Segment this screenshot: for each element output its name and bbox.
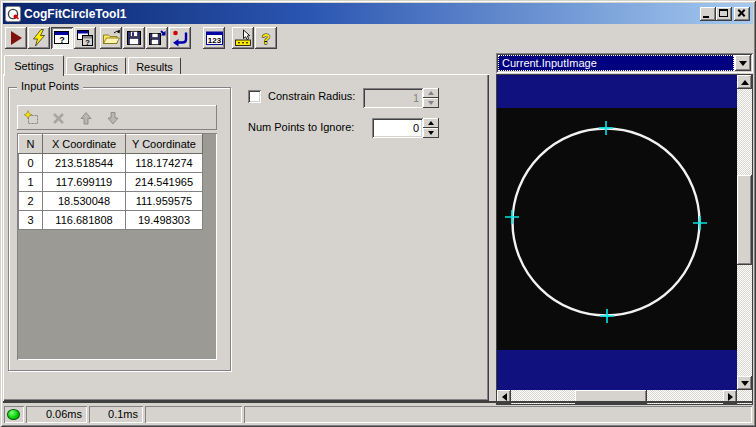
points-grid-toolbar [17, 105, 217, 130]
lightning-icon [30, 29, 48, 47]
arrow-left-icon [498, 393, 507, 401]
status-indicator-icon [7, 409, 20, 420]
divider [3, 401, 753, 403]
row-header-cell[interactable]: 0 [19, 154, 43, 173]
constrain-radius-label: Constrain Radius: [268, 90, 355, 103]
vertical-scrollbar[interactable] [737, 75, 752, 390]
help-button[interactable]: ? [255, 27, 277, 49]
close-button[interactable] [734, 7, 750, 21]
combo-selected-value[interactable]: Current.InputImage [498, 55, 734, 71]
arrow-up-icon [741, 76, 749, 85]
arrow-down-icon [105, 110, 121, 126]
num-points-ignore-spinner [423, 118, 439, 138]
minimize-icon [703, 16, 709, 18]
data-cell[interactable]: 117.699119 [43, 173, 126, 192]
minimize-button[interactable] [700, 7, 716, 21]
open-folder-icon [102, 29, 121, 47]
status-timing-1: 0.06ms [26, 406, 87, 423]
app-window: CogFitCircleTool1 ? ? 123 ? Settings Gra… [0, 0, 756, 427]
data-cell[interactable]: 118.174274 [126, 154, 203, 173]
tool-window-icon: ? [53, 29, 71, 47]
save-results-button[interactable] [146, 27, 168, 49]
run-button[interactable] [5, 27, 27, 49]
spin-down-icon [428, 101, 434, 108]
maximize-icon [719, 9, 728, 17]
column-header[interactable]: N [19, 135, 43, 154]
column-header[interactable]: X Coordinate [43, 135, 126, 154]
arrow-down-icon [741, 381, 749, 390]
constrain-radius-field: 1 [363, 88, 423, 108]
svg-text:?: ? [85, 38, 90, 47]
image-source-combo[interactable]: Current.InputImage [496, 53, 753, 73]
spin-up-icon [428, 118, 434, 125]
scroll-down-button[interactable] [737, 376, 752, 390]
app-icon[interactable] [5, 6, 21, 22]
svg-text:123: 123 [207, 36, 221, 45]
num-points-ignore-field[interactable]: 0 [372, 118, 423, 138]
arrow-right-icon [728, 393, 737, 401]
tool-display-button[interactable]: ? [51, 27, 73, 49]
scroll-up-button[interactable] [737, 75, 752, 89]
image-display [496, 74, 753, 405]
points-table: N X Coordinate Y Coordinate 0213.5185441… [18, 134, 203, 230]
floating-window-icon: ? [76, 29, 94, 47]
floppy-arrow-icon [148, 29, 166, 47]
spin-up-button[interactable] [423, 118, 439, 128]
data-cell[interactable]: 18.530048 [43, 192, 126, 211]
main-toolbar: ? ? 123 ? [3, 26, 753, 51]
save-file-button[interactable] [123, 27, 145, 49]
tab-settings[interactable]: Settings [4, 55, 64, 76]
row-header-cell[interactable]: 2 [19, 192, 43, 211]
add-point-button[interactable] [21, 108, 43, 127]
pointer-ruler-icon [234, 29, 252, 47]
svg-text:?: ? [262, 31, 271, 47]
spin-up-icon [428, 88, 434, 95]
table-row[interactable]: 0213.518544118.174274 [19, 154, 203, 173]
position-tool-button[interactable] [232, 27, 254, 49]
open-file-button[interactable] [100, 27, 122, 49]
settings-tab-page: Input Points N X Coordinate Y Coordinate [3, 74, 489, 401]
input-points-group: Input Points N X Coordinate Y Coordinate [8, 87, 231, 371]
table-row[interactable]: 3116.68180819.498303 [19, 211, 203, 230]
reset-arrow-icon [171, 29, 189, 47]
header-row: N X Coordinate Y Coordinate [19, 135, 203, 154]
status-timing-2: 0.1ms [89, 406, 143, 423]
data-cell[interactable]: 111.959575 [126, 192, 203, 211]
title-bar: CogFitCircleTool1 [3, 3, 753, 24]
numbers-icon: 123 [205, 29, 224, 47]
reset-button[interactable] [169, 27, 191, 49]
number-display-button[interactable]: 123 [203, 27, 225, 49]
status-panel [244, 406, 752, 423]
vertical-scroll-thumb[interactable] [737, 175, 752, 265]
window-title: CogFitCircleTool1 [24, 7, 126, 21]
data-cell[interactable]: 19.498303 [126, 211, 203, 230]
column-header[interactable]: Y Coordinate [126, 135, 203, 154]
floating-display-button[interactable]: ? [74, 27, 96, 49]
move-point-down-button[interactable] [102, 108, 124, 127]
floppy-icon [125, 29, 143, 47]
data-cell[interactable]: 213.518544 [43, 154, 126, 173]
run-icon [7, 29, 25, 47]
spin-down-button [423, 98, 439, 108]
tab-strip: Settings Graphics Results [3, 55, 489, 76]
data-cell[interactable]: 116.681808 [43, 211, 126, 230]
row-header-cell[interactable]: 3 [19, 211, 43, 230]
electric-run-button[interactable] [28, 27, 50, 49]
group-label: Input Points [17, 80, 83, 92]
combo-dropdown-button[interactable] [735, 55, 751, 71]
delete-point-button[interactable] [48, 108, 70, 127]
maximize-button[interactable] [716, 7, 732, 21]
chevron-down-icon [739, 61, 747, 70]
constrain-radius-checkbox[interactable] [248, 90, 261, 103]
points-grid: N X Coordinate Y Coordinate 0213.5185441… [17, 133, 217, 360]
move-point-up-button[interactable] [75, 108, 97, 127]
table-row[interactable]: 218.530048111.959575 [19, 192, 203, 211]
table-row[interactable]: 1117.699119214.541965 [19, 173, 203, 192]
svg-text:?: ? [59, 35, 65, 45]
delete-x-icon [51, 110, 67, 126]
data-cell[interactable]: 214.541965 [126, 173, 203, 192]
input-image-view[interactable] [497, 75, 737, 390]
num-points-ignore-label: Num Points to Ignore: [248, 121, 354, 134]
row-header-cell[interactable]: 1 [19, 173, 43, 192]
spin-down-button[interactable] [423, 128, 439, 138]
